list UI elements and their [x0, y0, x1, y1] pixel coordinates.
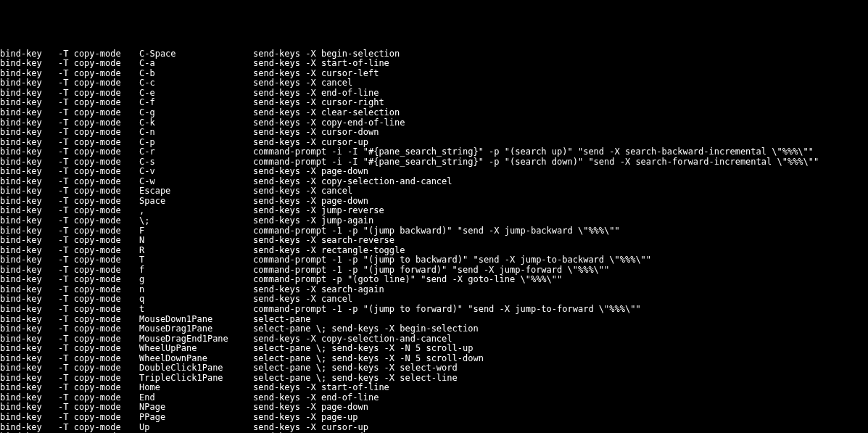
- bind-key-name: C-k: [139, 118, 253, 128]
- bind-key-name: TripleClick1Pane: [139, 374, 253, 384]
- binding-row: bind-key-T copy-modeTripleClick1Panesele…: [0, 374, 868, 384]
- bind-command: bind-key: [0, 206, 58, 216]
- bind-table-option: -T copy-mode: [58, 275, 139, 285]
- bind-command: bind-key: [0, 255, 58, 265]
- bind-command: bind-key: [0, 305, 58, 315]
- bind-action: command-prompt -1 -p "(jump to backward)…: [253, 255, 651, 265]
- binding-row: bind-key-T copy-modeDoubleClick1Panesele…: [0, 363, 868, 374]
- bind-key-name: N: [139, 236, 253, 246]
- bind-action: command-prompt -1 -p "(jump forward)" "s…: [253, 265, 609, 276]
- bind-action: send-keys -X end-of-line: [253, 88, 379, 99]
- binding-row: bind-key-T copy-modeWheelDownPaneselect-…: [0, 354, 868, 364]
- bind-action: command-prompt -1 -p "(jump to forward)"…: [253, 305, 641, 315]
- binding-row: bind-key-T copy-modeC-csend-keys -X canc…: [0, 78, 868, 88]
- binding-row: bind-key-T copy-modePPagesend-keys -X pa…: [0, 413, 868, 423]
- bind-table-option: -T copy-mode: [58, 157, 139, 168]
- binding-row: bind-key-T copy-modeC-rcommand-prompt -i…: [0, 147, 868, 157]
- bind-command: bind-key: [0, 265, 58, 276]
- bind-command: bind-key: [0, 383, 58, 393]
- bind-action: send-keys -X search-reverse: [253, 236, 394, 246]
- bind-table-option: -T copy-mode: [58, 403, 139, 413]
- bind-key-name: WheelDownPane: [139, 354, 253, 364]
- bind-action: select-pane \; send-keys -X select-word: [253, 363, 458, 374]
- bind-table-option: -T copy-mode: [58, 59, 139, 69]
- bind-command: bind-key: [0, 236, 58, 246]
- binding-row: bind-key-T copy-modetcommand-prompt -1 -…: [0, 305, 868, 315]
- bind-command: bind-key: [0, 147, 58, 157]
- bind-table-option: -T copy-mode: [58, 315, 139, 325]
- bind-table-option: -T copy-mode: [58, 98, 139, 108]
- bind-action: send-keys -X copy-selection-and-cancel: [253, 177, 452, 187]
- bind-command: bind-key: [0, 374, 58, 384]
- bind-action: send-keys -X jump-again: [253, 216, 373, 226]
- bind-action: send-keys -X cursor-up: [253, 423, 368, 433]
- bind-table-option: -T copy-mode: [58, 305, 139, 315]
- bind-key-name: C-s: [139, 157, 253, 168]
- bind-table-option: -T copy-mode: [58, 285, 139, 295]
- bind-action: send-keys -X cursor-up: [253, 138, 368, 148]
- bind-table-option: -T copy-mode: [58, 88, 139, 99]
- bind-action: send-keys -X page-up: [253, 413, 358, 423]
- bind-table-option: -T copy-mode: [58, 324, 139, 334]
- bind-command: bind-key: [0, 197, 58, 207]
- bind-table-option: -T copy-mode: [58, 69, 139, 79]
- binding-row: bind-key-T copy-modeMouseDown1Paneselect…: [0, 315, 868, 325]
- bind-action: command-prompt -1 -p "(jump backward)" "…: [253, 226, 620, 236]
- bind-key-name: C-e: [139, 88, 253, 99]
- bind-table-option: -T copy-mode: [58, 265, 139, 276]
- bind-table-option: -T copy-mode: [58, 186, 139, 197]
- bind-command: bind-key: [0, 334, 58, 345]
- bind-table-option: -T copy-mode: [58, 423, 139, 433]
- bind-table-option: -T copy-mode: [58, 49, 139, 59]
- binding-row: bind-key-T copy-modeqsend-keys -X cancel: [0, 294, 868, 305]
- bind-key-name: C-v: [139, 167, 253, 177]
- bind-table-option: -T copy-mode: [58, 177, 139, 187]
- binding-row: bind-key-T copy-modeC-nsend-keys -X curs…: [0, 128, 868, 138]
- bind-action: send-keys -X page-down: [253, 167, 368, 177]
- binding-row: bind-key-T copy-modeMouseDragEnd1Panesen…: [0, 334, 868, 345]
- bind-command: bind-key: [0, 363, 58, 374]
- bind-key-name: NPage: [139, 403, 253, 413]
- bind-key-name: T: [139, 255, 253, 265]
- bind-key-name: MouseDrag1Pane: [139, 324, 253, 334]
- bind-command: bind-key: [0, 88, 58, 99]
- binding-row: bind-key-T copy-modeC-Spacesend-keys -X …: [0, 49, 868, 59]
- bind-key-name: t: [139, 305, 253, 315]
- binding-row: bind-key-T copy-modeRsend-keys -X rectan…: [0, 246, 868, 256]
- bind-table-option: -T copy-mode: [58, 255, 139, 265]
- binding-row: bind-key-T copy-modeEscapesend-keys -X c…: [0, 186, 868, 197]
- bind-table-option: -T copy-mode: [58, 236, 139, 246]
- bind-table-option: -T copy-mode: [58, 246, 139, 256]
- bind-action: send-keys -X start-of-line: [253, 383, 389, 393]
- binding-row: bind-key-T copy-modeC-wsend-keys -X copy…: [0, 177, 868, 187]
- bind-command: bind-key: [0, 285, 58, 295]
- bind-key-name: WheelUpPane: [139, 344, 253, 354]
- bind-action: send-keys -X rectangle-toggle: [253, 246, 405, 256]
- bind-table-option: -T copy-mode: [58, 216, 139, 226]
- bind-action: command-prompt -p "(goto line)" "send -X…: [253, 275, 562, 285]
- bind-key-name: PPage: [139, 413, 253, 423]
- bind-command: bind-key: [0, 403, 58, 413]
- bind-table-option: -T copy-mode: [58, 197, 139, 207]
- terminal-output[interactable]: bind-key-T copy-modeC-Spacesend-keys -X …: [0, 49, 868, 433]
- bind-action: send-keys -X start-of-line: [253, 59, 389, 69]
- bind-table-option: -T copy-mode: [58, 147, 139, 157]
- bind-key-name: C-w: [139, 177, 253, 187]
- bind-key-name: End: [139, 393, 253, 403]
- binding-row: bind-key-T copy-modeC-esend-keys -X end-…: [0, 88, 868, 99]
- binding-row: bind-key-T copy-modeUpsend-keys -X curso…: [0, 423, 868, 433]
- bind-action: send-keys -X clear-selection: [253, 108, 400, 118]
- bind-command: bind-key: [0, 78, 58, 88]
- bind-table-option: -T copy-mode: [58, 354, 139, 364]
- bind-action: send-keys -X cursor-left: [253, 69, 379, 79]
- binding-row: bind-key-T copy-modeHomesend-keys -X sta…: [0, 383, 868, 393]
- binding-row: bind-key-T copy-modeEndsend-keys -X end-…: [0, 393, 868, 403]
- binding-row: bind-key-T copy-modeNsend-keys -X search…: [0, 236, 868, 246]
- binding-row: bind-key-T copy-modeC-ksend-keys -X copy…: [0, 118, 868, 128]
- bind-table-option: -T copy-mode: [58, 108, 139, 118]
- bind-command: bind-key: [0, 413, 58, 423]
- bind-table-option: -T copy-mode: [58, 118, 139, 128]
- bind-command: bind-key: [0, 354, 58, 364]
- bind-command: bind-key: [0, 108, 58, 118]
- bind-table-option: -T copy-mode: [58, 226, 139, 236]
